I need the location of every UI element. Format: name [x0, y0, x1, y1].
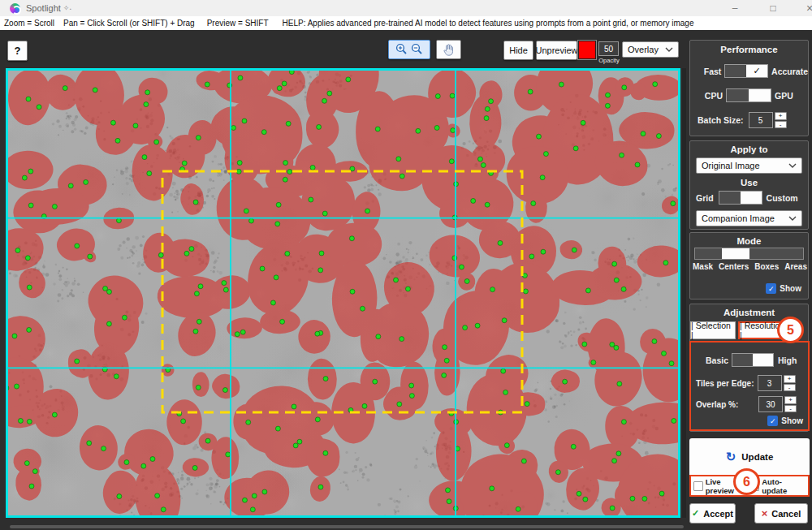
- hint-pan: Pan = Click Scroll (or SHIFT) + Drag: [63, 19, 195, 28]
- close-button[interactable]: ×: [796, 0, 812, 16]
- batch-size-increment-button[interactable]: +: [775, 112, 787, 120]
- opacity-label: Opacity: [595, 57, 623, 64]
- resolution-show-checkbox[interactable]: ✓: [767, 416, 778, 426]
- cancel-label: Cancel: [771, 509, 801, 519]
- mode-option-centers[interactable]: Centers: [719, 262, 749, 271]
- apply-target-value: Original Image: [702, 161, 760, 170]
- mode-show-label: Show: [780, 284, 801, 293]
- sparkle-icon: ✧˖: [63, 4, 72, 12]
- basic-label: Basic: [691, 355, 728, 365]
- fast-label: Fast: [690, 67, 721, 76]
- grid-custom-toggle[interactable]: [719, 191, 762, 205]
- update-button[interactable]: ↻ Update: [689, 450, 810, 464]
- app-title: Spotlight: [26, 3, 61, 13]
- live-preview-checkbox[interactable]: [693, 481, 703, 491]
- cancel-x-icon: ×: [762, 507, 768, 519]
- mode-option-mask[interactable]: Mask: [693, 262, 713, 271]
- chevron-down-icon: [665, 47, 673, 52]
- performance-panel: Performance Fast ✓ Accurate CPU GPU Batc…: [689, 40, 809, 136]
- overlap-increment-button[interactable]: +: [784, 396, 797, 404]
- app-logo-icon: [10, 3, 20, 14]
- mode-show-checkbox[interactable]: ✓: [766, 283, 776, 294]
- apply-to-title: Apply to: [690, 144, 808, 154]
- hide-button[interactable]: Hide: [503, 41, 533, 60]
- step-badge-5: 5: [777, 317, 804, 343]
- batch-size-input[interactable]: 5: [749, 112, 773, 128]
- mode-segmented-control[interactable]: [694, 248, 804, 260]
- mode-option-areas[interactable]: Areas: [784, 262, 807, 271]
- mode-option-boxes[interactable]: Boxes: [754, 262, 779, 271]
- gpu-label: GPU: [775, 91, 793, 101]
- overlay-mode-value: Overlay: [628, 45, 659, 54]
- mode-panel: Mode Mask Centers Boxes Areas ✓ Show: [689, 232, 809, 299]
- accept-check-icon: ✓: [692, 508, 699, 519]
- overlay-color-swatch[interactable]: [578, 41, 596, 59]
- resolution-show-label: Show: [781, 416, 803, 425]
- hint-preview: Preview = SHIFT: [207, 19, 269, 28]
- unpreview-button[interactable]: Unpreview: [536, 41, 577, 60]
- auto-update-label: Auto-update: [762, 477, 806, 495]
- overlay-mode-dropdown[interactable]: Overlay: [622, 41, 679, 58]
- toggle-check: ✓: [746, 65, 767, 77]
- use-label: Use: [690, 178, 808, 187]
- magnifier-minus-icon: [410, 43, 424, 56]
- magnifier-plus-icon: [395, 43, 408, 56]
- mode-selected-thumb: [722, 248, 749, 259]
- resolution-settings-box: Basic High Tiles per Edge: 3 + - Overlap…: [689, 341, 810, 431]
- opacity-input[interactable]: 50: [598, 41, 619, 56]
- custom-label: Custom: [767, 193, 798, 203]
- maximize-button[interactable]: □: [759, 0, 787, 16]
- basic-high-toggle[interactable]: [732, 353, 774, 367]
- fast-accurate-toggle[interactable]: ✓: [724, 64, 768, 78]
- overlap-decrement-button[interactable]: -: [784, 405, 797, 413]
- vertical-scrollbar[interactable]: [682, 68, 686, 518]
- overlap-input[interactable]: 30: [758, 396, 783, 412]
- update-label: Update: [741, 452, 773, 462]
- hint-zoom: Zoom = Scroll: [4, 19, 54, 28]
- tiles-per-edge-input[interactable]: 3: [758, 375, 782, 391]
- overlap-label: Overlap %:: [696, 400, 745, 409]
- refresh-icon: ↻: [726, 450, 736, 464]
- help-button[interactable]: ?: [7, 41, 28, 61]
- help-text: HELP: Applies advanced pre-trained AI mo…: [283, 19, 694, 28]
- apply-target-dropdown[interactable]: Original Image: [696, 157, 802, 174]
- tab-selection[interactable]: | Selection |: [690, 321, 736, 339]
- app-window: Spotlight ✧˖ – □ × Zoom = Scroll Pan = C…: [0, 0, 812, 530]
- minimize-button[interactable]: –: [721, 0, 749, 16]
- pan-tool-button[interactable]: [436, 40, 461, 59]
- accept-label: Accept: [703, 509, 733, 519]
- mode-title: Mode: [690, 236, 808, 246]
- tiles-increment-button[interactable]: +: [784, 375, 796, 383]
- zoom-tool-button[interactable]: [388, 40, 430, 59]
- tiles-per-edge-label: Tiles per Edge:: [696, 379, 754, 388]
- accept-button[interactable]: ✓ Accept: [689, 503, 736, 524]
- high-label: High: [778, 355, 797, 365]
- hand-icon: [442, 42, 456, 57]
- companion-image-value: Companion Image: [702, 213, 775, 223]
- cancel-button[interactable]: × Cancel: [754, 503, 808, 524]
- accurate-label: Accurate: [771, 67, 808, 76]
- chevron-down-icon: [788, 163, 797, 168]
- grid-label: Grid: [696, 193, 714, 203]
- cpu-gpu-toggle[interactable]: [726, 88, 771, 102]
- cpu-label: CPU: [690, 91, 723, 101]
- hint-bar: Zoom = Scroll Pan = Click Scroll (or SHI…: [0, 16, 812, 30]
- titlebar: Spotlight ✧˖ – □ ×: [0, 0, 812, 16]
- step-badge-6: 6: [733, 468, 760, 495]
- batch-size-label: Batch Size:: [698, 115, 744, 125]
- micrograph-view[interactable]: [6, 68, 680, 518]
- tiles-decrement-button[interactable]: -: [784, 384, 796, 392]
- apply-to-panel: Apply to Original Image Use Grid Custom …: [689, 140, 809, 230]
- batch-size-decrement-button[interactable]: -: [775, 121, 787, 129]
- chevron-down-icon: [788, 216, 797, 221]
- performance-title: Performance: [690, 45, 808, 54]
- horizontal-scrollbar[interactable]: [10, 525, 684, 528]
- companion-image-dropdown[interactable]: Companion Image: [696, 210, 802, 226]
